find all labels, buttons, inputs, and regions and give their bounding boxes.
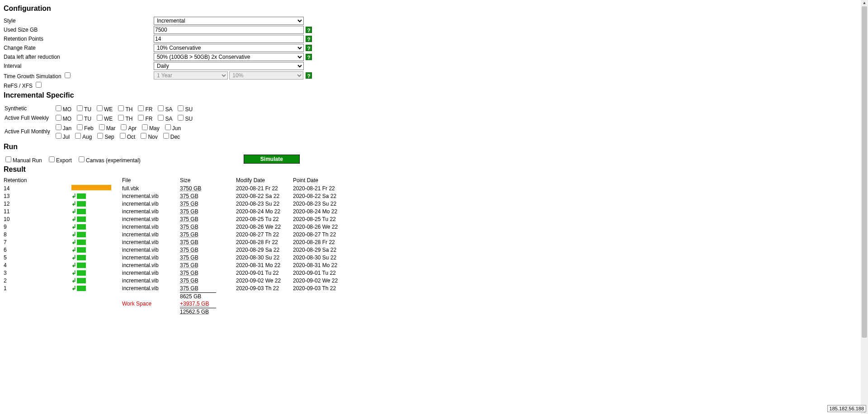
scrollbar-thumb[interactable] xyxy=(862,6,867,318)
monthly-jan[interactable]: Jan xyxy=(54,125,71,132)
monthly-checkbox-dec[interactable] xyxy=(163,133,169,139)
retention-cell: 7 xyxy=(4,238,71,246)
weekly-day-su[interactable]: SU xyxy=(176,116,193,122)
retention-input[interactable] xyxy=(154,35,304,43)
label-style: Style xyxy=(4,16,154,25)
heading-incremental: Incremental Specific xyxy=(4,91,864,99)
monthly-checkbox-sep[interactable] xyxy=(97,133,103,139)
subtotal-value: 8625 GB xyxy=(180,292,216,300)
scroll-up-icon[interactable]: ▲ xyxy=(861,0,868,5)
weekly-day-th[interactable]: TH xyxy=(116,116,132,122)
refs-checkbox[interactable] xyxy=(36,82,42,88)
export-option[interactable]: Export xyxy=(47,157,72,164)
monthly-checkbox-apr[interactable] xyxy=(121,124,127,130)
help-icon[interactable]: ? xyxy=(306,54,312,60)
monthly-checkbox-feb[interactable] xyxy=(77,124,83,130)
monthly-checkbox-oct[interactable] xyxy=(120,133,126,139)
synthetic-day-checkbox-we[interactable] xyxy=(97,105,103,111)
monthly-may[interactable]: May xyxy=(140,125,160,132)
weekly-day-checkbox-tu[interactable] xyxy=(77,115,83,121)
help-icon[interactable]: ? xyxy=(306,45,312,51)
weekly-day-checkbox-we[interactable] xyxy=(97,115,103,121)
synthetic-day-sa[interactable]: SA xyxy=(156,106,172,113)
growth-checkbox[interactable] xyxy=(65,72,71,78)
incremental-backup-icon: ↳ xyxy=(71,200,86,207)
manual-run-option[interactable]: Manual Run xyxy=(4,157,42,164)
weekly-day-mo[interactable]: MO xyxy=(54,116,71,122)
monthly-checkbox-jan[interactable] xyxy=(56,124,61,130)
used-size-input[interactable] xyxy=(154,26,304,34)
weekly-day-tu[interactable]: TU xyxy=(75,116,91,122)
scrollbar[interactable]: ▲ ▼ xyxy=(861,0,868,318)
monthly-jul[interactable]: Jul xyxy=(54,134,70,140)
workspace-label: Work Space xyxy=(122,300,180,307)
table-row: 7↳incremental.vib375 GB2020-08-28 Fr 222… xyxy=(4,238,343,246)
style-select[interactable]: Incremental xyxy=(154,17,304,25)
synthetic-day-checkbox-fr[interactable] xyxy=(138,105,144,111)
help-icon[interactable]: ? xyxy=(306,36,312,42)
label-retention: Retention Points xyxy=(4,34,154,43)
manual-run-checkbox[interactable] xyxy=(5,156,11,162)
retention-cell: 9 xyxy=(4,223,71,231)
monthly-checkbox-jul[interactable] xyxy=(56,133,61,139)
growth-pct-select[interactable]: 10% xyxy=(229,71,303,80)
monthly-apr[interactable]: Apr xyxy=(119,125,137,132)
synthetic-day-su[interactable]: SU xyxy=(176,106,193,113)
retention-cell: 4 xyxy=(4,261,71,269)
interval-select[interactable]: Daily xyxy=(154,62,304,70)
monthly-checkbox-may[interactable] xyxy=(142,124,148,130)
help-icon[interactable]: ? xyxy=(306,72,312,79)
monthly-oct[interactable]: Oct xyxy=(118,134,136,140)
weekly-day-fr[interactable]: FR xyxy=(136,116,152,122)
growth-time-select[interactable]: 1 Year xyxy=(154,71,228,80)
synthetic-day-th[interactable]: TH xyxy=(116,106,132,113)
incremental-backup-icon: ↳ xyxy=(71,277,86,284)
monthly-mar[interactable]: Mar xyxy=(97,125,116,132)
size-cell: 375 GB xyxy=(180,270,198,276)
monthly-nov[interactable]: Nov xyxy=(139,134,157,140)
heading-configuration: Configuration xyxy=(4,5,864,13)
monthly-feb[interactable]: Feb xyxy=(75,125,94,132)
point-date-cell: 2020-08-27 Th 22 xyxy=(293,231,343,238)
file-cell: incremental.vib xyxy=(122,207,180,215)
synthetic-day-tu[interactable]: TU xyxy=(75,106,91,113)
weekly-day-checkbox-fr[interactable] xyxy=(138,115,144,121)
canvas-option[interactable]: Canvas (experimental) xyxy=(77,157,141,164)
monthly-checkbox-jun[interactable] xyxy=(165,124,171,130)
weekly-day-we[interactable]: WE xyxy=(95,116,113,122)
synthetic-day-we[interactable]: WE xyxy=(95,106,113,113)
monthly-sep[interactable]: Sep xyxy=(95,134,114,140)
weekly-day-checkbox-su[interactable] xyxy=(178,115,184,121)
synthetic-day-checkbox-mo[interactable] xyxy=(56,105,61,111)
help-icon[interactable]: ? xyxy=(306,27,312,33)
point-date-cell: 2020-09-02 We 22 xyxy=(293,277,343,284)
simulate-button[interactable]: Simulate xyxy=(244,155,300,164)
synthetic-day-checkbox-sa[interactable] xyxy=(158,105,164,111)
canvas-checkbox[interactable] xyxy=(79,156,85,162)
reduction-select[interactable]: 50% (100GB > 50GB) 2x Conservative xyxy=(154,53,304,61)
label-active-weekly: Active Full Weekly xyxy=(5,113,53,122)
incremental-backup-icon: ↳ xyxy=(71,254,86,261)
monthly-checkbox-nov[interactable] xyxy=(141,133,146,139)
synthetic-day-checkbox-su[interactable] xyxy=(178,105,184,111)
point-date-cell: 2020-08-24 Mo 22 xyxy=(293,207,343,215)
heading-result: Result xyxy=(4,165,864,174)
weekly-day-checkbox-sa[interactable] xyxy=(158,115,164,121)
monthly-checkbox-mar[interactable] xyxy=(99,124,105,130)
incremental-backup-icon: ↳ xyxy=(71,231,86,238)
change-rate-select[interactable]: 10% Conservative xyxy=(154,44,304,52)
synthetic-day-fr[interactable]: FR xyxy=(136,106,152,113)
monthly-aug[interactable]: Aug xyxy=(73,134,92,140)
synthetic-day-mo[interactable]: MO xyxy=(54,106,71,113)
weekly-day-checkbox-mo[interactable] xyxy=(56,115,61,121)
size-cell: 375 GB xyxy=(180,216,198,222)
monthly-checkbox-aug[interactable] xyxy=(75,133,81,139)
file-cell: incremental.vib xyxy=(122,231,180,238)
monthly-jun[interactable]: Jun xyxy=(163,125,181,132)
synthetic-day-checkbox-th[interactable] xyxy=(118,105,124,111)
export-checkbox[interactable] xyxy=(49,156,55,162)
synthetic-day-checkbox-tu[interactable] xyxy=(77,105,83,111)
weekly-day-checkbox-th[interactable] xyxy=(118,115,124,121)
weekly-day-sa[interactable]: SA xyxy=(156,116,172,122)
monthly-dec[interactable]: Dec xyxy=(161,134,180,140)
